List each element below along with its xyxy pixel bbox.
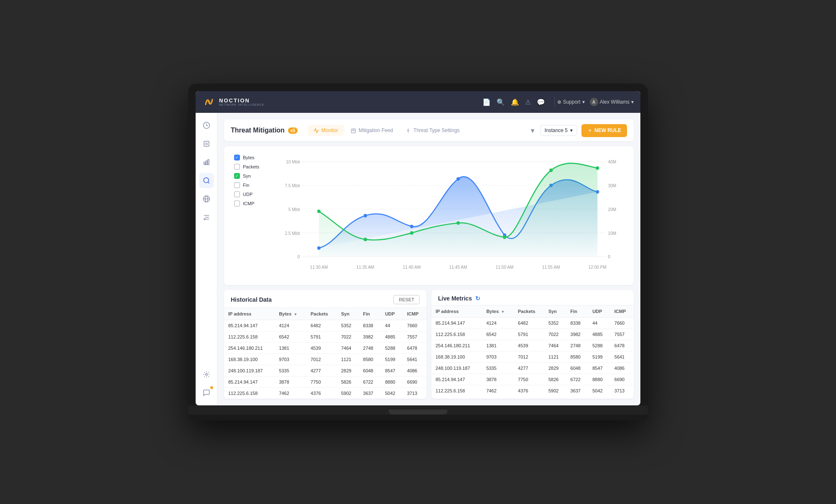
sidebar-item-globe[interactable] [199,191,214,206]
sidebar-item-dashboard[interactable] [199,118,214,133]
tab-threat-type-settings[interactable]: Threat Type Settings [400,125,466,136]
top-navbar: NOCTION NETWORK INTELLIGENCE 📄 🔍 🔔 ⚠ 💬 ⊕… [196,91,640,113]
col-packets: Packets [306,308,337,320]
chat-icon[interactable]: 💬 [537,98,545,106]
col-packets-live: Packets [514,305,544,318]
notification-dot [210,386,213,389]
refresh-icon[interactable]: ↻ [475,295,480,302]
table-row: 168.38.19.100970370121121858051995641 [224,354,426,365]
svg-point-18 [205,374,207,376]
page-title: Threat Mitigation e5 [231,127,298,134]
svg-point-48 [456,177,460,181]
alert-icon[interactable]: 🔔 [511,98,519,106]
udp-checkbox[interactable] [234,191,240,197]
live-metrics-table: IP address Bytes ▼ Packets Syn Fin UDP I… [431,305,634,396]
legend-syn[interactable]: Syn [234,173,259,179]
svg-point-57 [549,168,553,172]
status-badge: e5 [288,127,298,134]
live-metrics-header: Live Metrics ↻ [431,290,634,305]
table-row: 254.146.180.211138145397464274852886478 [224,343,426,354]
nav-divider [554,97,555,107]
svg-point-1 [207,100,211,104]
tables-section: Historical Data RESET IP address Bytes ▼… [224,290,634,399]
svg-text:20M: 20M [608,207,617,212]
svg-point-56 [503,236,506,239]
laptop-base [188,405,648,415]
user-chevron: ▾ [631,99,634,105]
svg-point-53 [364,238,367,241]
sidebar-item-analytics[interactable] [199,155,214,170]
tab-mitigation-feed[interactable]: Mitigation Feed [345,125,399,136]
filter-icon[interactable]: ▼ [530,127,536,134]
svg-text:11:30 AM: 11:30 AM [310,265,328,270]
svg-text:30M: 30M [608,183,617,188]
chart-container: Bytes Packets Syn Fin [224,146,634,285]
legend-packets[interactable]: Packets [234,164,259,170]
logo: NOCTION NETWORK INTELLIGENCE [202,95,264,109]
legend-fin[interactable]: Fin [234,182,259,188]
historical-data-table: IP address Bytes ▼ Packets Syn Fin UDP I… [224,308,426,399]
user-menu[interactable]: A Alex Williams ▾ [590,98,634,106]
document-icon[interactable]: 📄 [482,98,491,106]
table-row: 85.214.94.147387877505826672288806690 [431,374,634,385]
reset-button[interactable]: RESET [393,295,420,304]
search-icon[interactable]: 🔍 [497,98,505,106]
fin-checkbox[interactable] [234,182,240,188]
col-udp: UDP [381,308,403,320]
laptop-notch [389,410,447,415]
col-fin: Fin [359,308,381,320]
table-row: 248.100.119.187533542772829604885474086 [431,363,634,374]
table-row: 85.214.94.1474124648253528338447660 [224,320,426,331]
svg-text:10M: 10M [608,231,617,235]
table-row: 112.225.6.158746243765902363750423713 [431,385,634,397]
svg-text:7.5 Mbit: 7.5 Mbit [285,183,300,188]
icmp-checkbox[interactable] [234,201,240,206]
sidebar-item-notification[interactable] [199,385,214,400]
sidebar [196,113,217,405]
legend-udp[interactable]: UDP [234,191,259,197]
col-fin-live: Fin [566,305,589,318]
svg-point-22 [408,130,409,131]
sidebar-item-reports[interactable] [199,136,214,151]
header-right: ▼ Instance 5 ▾ ＋ NEW RULE [530,124,627,137]
packets-checkbox[interactable] [234,164,240,170]
avatar: A [590,98,598,106]
page-header: Threat Mitigation e5 Monitor Mitigation … [224,120,634,141]
sidebar-item-settings[interactable] [199,367,214,382]
new-rule-button[interactable]: ＋ NEW RULE [581,124,627,137]
sidebar-item-tuning[interactable] [199,210,214,225]
svg-text:5 Mbit: 5 Mbit [288,207,300,212]
chart-svg-area: 10 Mbit 7.5 Mbit 5 Mbit 2.5 Mbit 0 40M 3… [281,153,627,280]
col-bytes[interactable]: Bytes ▼ [275,308,306,320]
table-row: 85.214.94.1474124648253528338447660 [431,318,634,329]
svg-text:2.5 Mbit: 2.5 Mbit [285,231,300,235]
col-icmp-live: ICMP [610,305,634,318]
syn-checkbox[interactable] [234,173,240,179]
bytes-checkbox[interactable] [234,155,240,160]
svg-rect-8 [208,160,209,165]
support-chevron: ▾ [582,99,585,105]
svg-point-54 [410,231,413,234]
col-icmp: ICMP [403,308,426,320]
table-row: 168.38.19.100970370121121858051995641 [431,351,634,363]
warning-icon[interactable]: ⚠ [525,98,531,106]
support-menu[interactable]: ⊕ Support ▾ [557,99,585,105]
support-icon: ⊕ [557,99,561,105]
col-bytes-live[interactable]: Bytes ▼ [482,305,514,318]
sidebar-item-threat[interactable] [199,173,214,188]
svg-text:11:55 AM: 11:55 AM [542,265,560,270]
legend-bytes[interactable]: Bytes [234,155,259,160]
table-row: 254.146.180.211138145397464274852886478 [431,340,634,351]
svg-text:0: 0 [298,255,300,259]
svg-rect-3 [204,141,209,146]
legend-icmp[interactable]: ICMP [234,201,259,206]
historical-data-panel: Historical Data RESET IP address Bytes ▼… [224,290,426,399]
table-row: 248.100.119.187533542772829604885474086 [224,365,426,377]
svg-text:40M: 40M [608,160,617,164]
table-row: 112.225.6.158654257917022398248857557 [431,329,634,340]
svg-rect-6 [204,162,205,165]
live-metrics-panel: Live Metrics ↻ IP address Bytes ▼ Packet… [431,290,634,399]
tab-monitor[interactable]: Monitor [308,125,344,136]
historical-data-header: Historical Data RESET [224,290,426,308]
instance-select[interactable]: Instance 5 ▾ [540,125,577,136]
